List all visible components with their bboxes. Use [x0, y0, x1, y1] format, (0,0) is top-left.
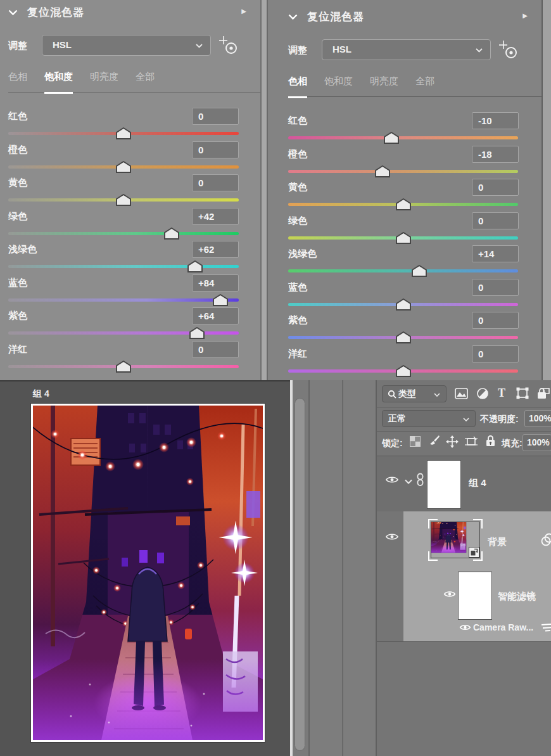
tab-saturation[interactable]: 饱和度 [44, 71, 73, 83]
slider-value-input[interactable]: 0 [472, 345, 519, 362]
tab-hue[interactable]: 色相 [8, 71, 27, 83]
slider-track[interactable] [288, 336, 518, 339]
slider-value-input[interactable]: -18 [472, 146, 519, 163]
slider-thumb[interactable] [396, 365, 411, 377]
filter-smart-object-icon[interactable] [536, 387, 550, 400]
slider-value-input[interactable]: +42 [192, 208, 239, 225]
slider-track[interactable] [288, 303, 518, 306]
slider-track[interactable] [288, 136, 518, 139]
tab-all[interactable]: 全部 [415, 75, 434, 87]
slider-thumb[interactable] [412, 265, 427, 277]
blend-mode-select[interactable]: 正常 [382, 410, 476, 427]
slider-value-input[interactable]: +14 [472, 245, 519, 262]
layer-row-group[interactable] [377, 456, 551, 511]
opacity-input[interactable]: 100% [524, 410, 551, 427]
fill-input[interactable]: 100% [522, 434, 551, 451]
slider-thumb[interactable] [384, 132, 399, 144]
filter-adjustment-layers-icon[interactable] [476, 387, 489, 400]
slider-value-input[interactable]: -10 [472, 112, 519, 129]
slider-thumb[interactable] [116, 361, 131, 373]
targeted-adjustment-icon[interactable] [498, 39, 519, 63]
slider-value-input[interactable]: 0 [192, 174, 239, 191]
slider-value-input[interactable]: +62 [192, 241, 239, 258]
targeted-adjustment-icon[interactable] [218, 35, 239, 59]
slider-value-input[interactable]: +64 [192, 307, 239, 324]
background-layer-name[interactable]: 背景 [488, 536, 507, 548]
group-expand-chevron-icon[interactable] [405, 479, 412, 484]
slider-value-input[interactable]: 0 [472, 179, 519, 196]
smart-filters-label[interactable]: 智能滤镜 [498, 591, 536, 603]
slider-thumb[interactable] [375, 165, 390, 177]
smart-filter-mask-thumbnail[interactable] [458, 572, 492, 620]
panel-collapse-chevron-icon[interactable] [8, 10, 18, 15]
lock-all-icon[interactable] [485, 435, 496, 447]
panel-flyout-icon[interactable]: ▶ [522, 12, 528, 19]
slider-thumb[interactable] [396, 198, 411, 210]
filter-type-layers-icon[interactable]: T [498, 387, 505, 399]
camera-raw-filter-label[interactable]: Camera Raw... [473, 622, 533, 632]
slider-track[interactable] [288, 269, 518, 272]
panel-collapse-chevron-icon[interactable] [288, 14, 298, 20]
slider-thumb[interactable] [116, 127, 131, 139]
slider-track[interactable] [8, 265, 239, 268]
clip-link-icon[interactable] [416, 473, 424, 487]
slider-thumb[interactable] [213, 294, 228, 306]
group-layer-name[interactable]: 组 4 [469, 477, 486, 489]
slider-track[interactable] [288, 203, 518, 206]
tab-all[interactable]: 全部 [136, 71, 155, 83]
filter-pixel-layers-icon[interactable] [455, 388, 468, 399]
tab-hue[interactable]: 色相 [288, 75, 307, 87]
slider-label: 蓝色 [8, 277, 27, 289]
tab-saturation[interactable]: 饱和度 [324, 75, 353, 87]
slider-track[interactable] [8, 298, 239, 302]
slider-track[interactable] [288, 236, 518, 240]
slider-value-input[interactable]: 0 [472, 312, 519, 329]
slider-thumb[interactable] [116, 194, 131, 206]
panel-divider-gap[interactable] [262, 0, 267, 381]
sliders-list: 红色-10橙色-18黄色0绿色0浅绿色+14蓝色0紫色0洋红0 [268, 112, 542, 378]
filter-blend-options-icon[interactable] [542, 623, 551, 632]
slider-track[interactable] [288, 170, 518, 173]
visibility-eye-icon[interactable] [385, 475, 399, 484]
lock-image-brush-icon[interactable] [428, 435, 440, 447]
slider-track[interactable] [8, 132, 239, 135]
slider-track[interactable] [8, 165, 239, 169]
panel-flyout-icon[interactable]: ▶ [241, 8, 246, 15]
slider-value-input[interactable]: 0 [192, 341, 239, 358]
slider-thumb[interactable] [164, 227, 179, 240]
slider-track[interactable] [8, 232, 239, 235]
slider-thumb[interactable] [396, 331, 411, 343]
visibility-eye-icon[interactable] [443, 590, 456, 598]
slider-thumb[interactable] [396, 298, 411, 311]
slider-track[interactable] [8, 198, 239, 202]
scrollbar-track[interactable] [293, 380, 308, 756]
filter-shape-layers-icon[interactable] [516, 387, 529, 400]
lock-position-move-icon[interactable] [446, 435, 459, 448]
slider-value-input[interactable]: 0 [192, 108, 239, 125]
visibility-eye-icon[interactable] [385, 532, 399, 541]
slider-label: 浅绿色 [288, 248, 317, 260]
adjust-mode-select[interactable]: HSL [322, 39, 491, 60]
slider-track[interactable] [288, 369, 518, 373]
slider-track[interactable] [8, 365, 239, 368]
layer-filter-select[interactable]: 类型 [382, 385, 446, 402]
visibility-eye-icon[interactable] [459, 624, 471, 631]
slider-value-input[interactable]: 0 [472, 212, 519, 229]
group-mask-thumbnail[interactable] [427, 460, 461, 509]
adjust-mode-select[interactable]: HSL [42, 35, 211, 56]
slider-thumb[interactable] [396, 232, 411, 244]
tab-luminance[interactable]: 明亮度 [90, 71, 118, 83]
tab-luminance[interactable]: 明亮度 [370, 75, 398, 87]
lock-transparency-icon[interactable] [410, 436, 421, 447]
lock-artboard-icon[interactable] [465, 436, 478, 447]
slider-thumb[interactable] [187, 260, 203, 272]
slider-value-input[interactable]: 0 [192, 141, 239, 158]
slider-thumb[interactable] [189, 327, 205, 339]
slider-track[interactable] [8, 331, 239, 335]
slider-label: 紫色 [8, 310, 27, 322]
slider-thumb[interactable] [116, 161, 131, 173]
scrollbar-thumb[interactable] [294, 398, 305, 751]
slider-value-input[interactable]: 0 [472, 279, 519, 296]
smart-filter-circles-icon[interactable] [540, 533, 551, 547]
slider-value-input[interactable]: +84 [192, 274, 239, 292]
